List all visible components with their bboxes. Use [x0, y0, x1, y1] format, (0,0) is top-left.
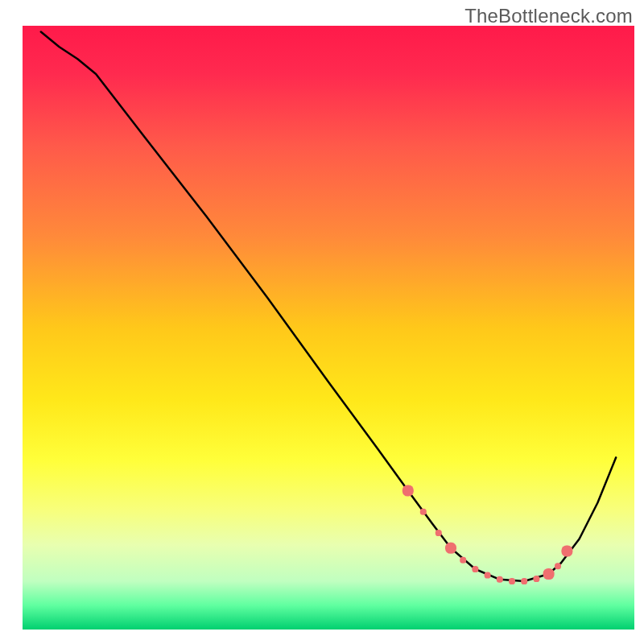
marker-point	[543, 568, 555, 580]
marker-point	[509, 578, 515, 584]
marker-point	[533, 576, 539, 582]
bottleneck-chart	[0, 0, 644, 644]
marker-point	[521, 578, 527, 584]
marker-point	[472, 566, 478, 572]
marker-point	[402, 485, 414, 497]
marker-point	[561, 546, 572, 557]
marker-point	[460, 557, 466, 564]
chart-background	[23, 26, 634, 630]
chart-container: TheBottleneck.com	[0, 0, 644, 644]
marker-point	[445, 543, 456, 554]
marker-point	[436, 530, 442, 536]
marker-point	[420, 509, 427, 515]
watermark-text: TheBottleneck.com	[464, 5, 633, 27]
marker-point	[485, 572, 491, 579]
marker-point	[497, 576, 503, 583]
marker-point	[555, 563, 561, 569]
